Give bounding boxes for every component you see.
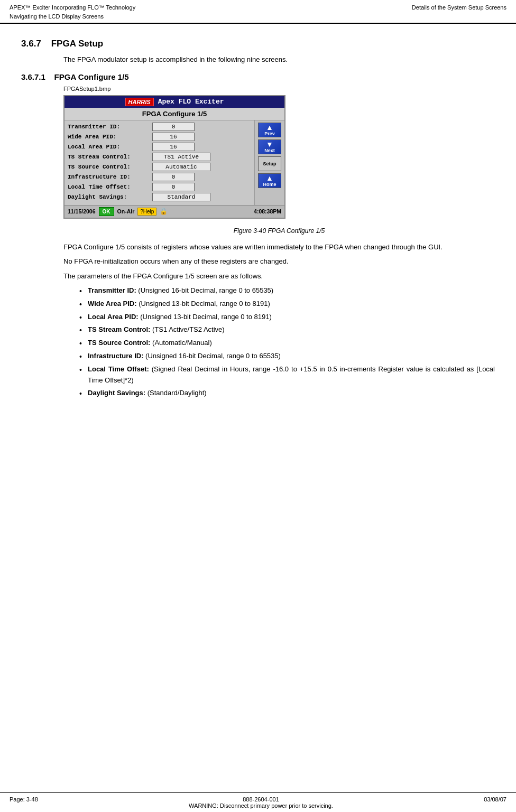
list-item: Daylight Savings: (Standard/Daylight) xyxy=(79,388,495,399)
lcd-row: TS Stream Control:TS1 Active xyxy=(68,153,251,161)
lcd-row-value[interactable]: 0 xyxy=(152,183,195,191)
lcd-row-value[interactable]: 16 xyxy=(152,133,195,141)
home-arrow-icon: ▲ xyxy=(266,174,273,182)
header-left: APEX™ Exciter Incorporating FLO™ Technol… xyxy=(10,3,135,21)
nav-btn-setup[interactable]: Setup xyxy=(258,156,281,171)
lcd-row-value[interactable]: 0 xyxy=(152,123,195,131)
lcd-row-label: Transmitter ID: xyxy=(68,124,152,130)
subsection-heading: 3.6.7.1 FPGA Configure 1/5 xyxy=(21,72,495,81)
footer-right: 03/08/07 xyxy=(484,796,506,809)
header-left-line1: APEX™ Exciter Incorporating FLO™ Technol… xyxy=(10,3,135,12)
lcd-row-label: Daylight Savings: xyxy=(68,194,152,200)
list-item-bold: TS Stream Control: xyxy=(88,325,150,333)
lcd-row-value[interactable]: TS1 Active xyxy=(152,153,210,161)
nav-btn-label: Home xyxy=(263,182,276,187)
harris-logo: HARRIS xyxy=(125,98,154,106)
lcd-row: Transmitter ID:0 xyxy=(68,123,251,131)
footer-center-line1: 888-2604-001 xyxy=(38,796,484,802)
lcd-row-label: TS Source Control: xyxy=(68,164,152,170)
list-item-bold: Daylight Savings: xyxy=(88,389,145,397)
lcd-footer: 11/15/2006 OK On-Air ?Help 🔒 4:08:38PM xyxy=(64,205,284,218)
list-item-bold: Transmitter ID: xyxy=(88,286,136,294)
body-texts: FPGA Configure 1/5 consists of registers… xyxy=(21,242,495,282)
body-paragraph: The parameters of the FPGA Configure 1/5… xyxy=(63,271,495,282)
lcd-row-value[interactable]: Automatic xyxy=(152,163,210,171)
lcd-row: Daylight Savings:Standard xyxy=(68,193,251,201)
lcd-row-label: Wide Area PID: xyxy=(68,134,152,140)
footer-left: Page: 3-48 xyxy=(10,796,38,809)
nav-btn-prev[interactable]: ▲Prev xyxy=(258,123,281,137)
header-right: Details of the System Setup Screens xyxy=(412,3,506,12)
lcd-row: Local Area PID:16 xyxy=(68,143,251,151)
lcd-title: Apex FLO Exciter xyxy=(158,98,224,106)
lcd-row-label: Local Area PID: xyxy=(68,144,152,150)
lcd-on-air: On-Air xyxy=(117,208,135,214)
body-paragraph: No FPGA re-initialization occurs when an… xyxy=(63,256,495,267)
lcd-row: Infrastructure ID:0 xyxy=(68,173,251,181)
nav-btn-next[interactable]: ▼Next xyxy=(258,139,281,154)
footer-center: 888-2604-001 WARNING: Disconnect primary… xyxy=(38,796,484,809)
lock-icon: 🔒 xyxy=(160,208,168,215)
lcd-row-value[interactable]: 0 xyxy=(152,173,195,181)
list-item: TS Stream Control: (TS1 Active/TS2 Activ… xyxy=(79,324,495,335)
list-item: Local Area PID: (Unsigned 13-bit Decimal… xyxy=(79,312,495,323)
nav-btn-label: Setup xyxy=(263,161,276,166)
lcd-row-label: Infrastructure ID: xyxy=(68,174,152,180)
list-item: Transmitter ID: (Unsigned 16-bit Decimal… xyxy=(79,285,495,296)
figure-file-label: FPGASetup1.bmp xyxy=(63,86,495,92)
header-right-line1: Details of the System Setup Screens xyxy=(412,3,506,12)
list-item: Wide Area PID: (Unsigned 13-bit Decimal,… xyxy=(79,298,495,310)
lcd-row: Local Time Offset:0 xyxy=(68,183,251,191)
list-item-bold: Local Time Offset: xyxy=(88,365,149,373)
lcd-help-button[interactable]: ?Help xyxy=(137,208,156,216)
lcd-row-value[interactable]: Standard xyxy=(152,193,210,201)
next-arrow-icon: ▼ xyxy=(266,141,273,148)
page-footer: Page: 3-48 888-2604-001 WARNING: Disconn… xyxy=(0,792,516,812)
lcd-screen: HARRIS Apex FLO Exciter FPGA Configure 1… xyxy=(63,95,285,219)
lcd-row: Wide Area PID:16 xyxy=(68,133,251,141)
lcd-footer-date: 11/15/2006 xyxy=(68,208,96,214)
lcd-nav: ▲Prev▼NextSetup▲Home xyxy=(254,120,284,205)
nav-btn-home[interactable]: ▲Home xyxy=(258,173,281,188)
lcd-row-label: TS Stream Control: xyxy=(68,154,152,160)
list-item: Local Time Offset: (Signed Real Decimal … xyxy=(79,364,495,386)
lcd-ok-button[interactable]: OK xyxy=(99,207,114,216)
prev-arrow-icon: ▲ xyxy=(266,124,273,131)
lcd-figure: HARRIS Apex FLO Exciter FPGA Configure 1… xyxy=(63,95,285,219)
list-item-bold: Local Area PID: xyxy=(88,313,139,321)
page-header: APEX™ Exciter Incorporating FLO™ Technol… xyxy=(0,0,516,24)
lcd-footer-time: 4:08:38PM xyxy=(254,208,281,214)
intro-text: The FPGA modulator setup is accomplished… xyxy=(63,54,495,65)
lcd-row: TS Source Control:Automatic xyxy=(68,163,251,171)
main-content: 3.6.7 FPGA Setup The FPGA modulator setu… xyxy=(0,24,516,423)
nav-btn-label: Prev xyxy=(264,131,275,136)
lcd-subtitle: FPGA Configure 1/5 xyxy=(64,108,284,120)
lcd-row-label: Local Time Offset: xyxy=(68,184,152,190)
footer-center-line2: WARNING: Disconnect primary power prior … xyxy=(38,802,484,809)
section-heading: 3.6.7 FPGA Setup xyxy=(21,39,495,49)
body-paragraph: FPGA Configure 1/5 consists of registers… xyxy=(63,242,495,253)
header-left-line2: Navigating the LCD Display Screens xyxy=(10,12,135,21)
list-item-bold: Wide Area PID: xyxy=(88,300,137,307)
lcd-title-bar: HARRIS Apex FLO Exciter xyxy=(64,96,284,108)
list-item: Infrastructure ID: (Unsigned 16-bit Deci… xyxy=(79,351,495,362)
lcd-main-fields: Transmitter ID:0Wide Area PID:16Local Ar… xyxy=(64,120,254,205)
lcd-body: Transmitter ID:0Wide Area PID:16Local Ar… xyxy=(64,120,284,205)
figure-caption: Figure 3-40 FPGA Configure 1/5 xyxy=(63,227,495,235)
list-item-bold: TS Source Control: xyxy=(88,339,150,347)
nav-btn-label: Next xyxy=(264,148,275,153)
list-item: TS Source Control: (Automatic/Manual) xyxy=(79,338,495,349)
list-item-bold: Infrastructure ID: xyxy=(88,352,143,360)
bullet-list: Transmitter ID: (Unsigned 16-bit Decimal… xyxy=(79,285,495,399)
lcd-row-value[interactable]: 16 xyxy=(152,143,195,151)
